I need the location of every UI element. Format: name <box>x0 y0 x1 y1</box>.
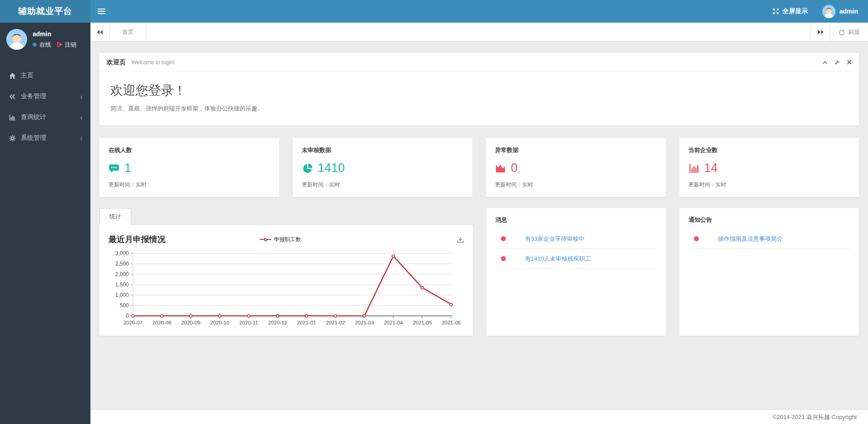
gear-icon <box>8 135 17 142</box>
list-item: 有1410人未审核残疾职工 <box>495 249 657 269</box>
messages-panel: 消息 有33家企业等待审核中有1410人未审核残疾职工 <box>486 208 666 336</box>
sidebar-item-home[interactable]: 主页 <box>0 65 90 86</box>
red-dot-icon <box>501 256 506 261</box>
svg-text:2020-08: 2020-08 <box>152 320 171 325</box>
user-avatar <box>822 5 835 18</box>
legend-line-marker-icon <box>260 238 271 241</box>
logout-link[interactable]: 注销 <box>57 41 76 49</box>
user-menu[interactable]: admin <box>816 0 868 23</box>
area-chart-icon <box>495 163 506 174</box>
tab-home[interactable]: 首页 <box>110 23 146 41</box>
messages-title: 消息 <box>495 216 657 224</box>
sidebar-item-label: 业务管理 <box>21 92 46 100</box>
sidebar-item-label: 系统管理 <box>21 134 46 142</box>
svg-text:2020-10: 2020-10 <box>210 320 229 325</box>
home-icon <box>8 72 17 79</box>
welcome-panel: 欢迎页 Welcome to login! <box>99 53 859 125</box>
settings-panel-button[interactable] <box>835 60 840 65</box>
tab-statistics-label: 统计 <box>109 213 121 221</box>
copyright-text: ©2014-2021 嘉兴拓越 Copyright <box>772 413 857 421</box>
online-status-icon <box>33 43 37 47</box>
red-dot-icon <box>694 236 699 241</box>
legend-series-label: 申报职工数 <box>274 236 301 243</box>
main-content: 欢迎页 Welcome to login! <box>90 42 868 410</box>
stat-card: 在线人数1更新时间：实时 <box>99 138 279 197</box>
tabs-scroll-right-button[interactable] <box>811 23 830 41</box>
notices-title: 通知公告 <box>689 216 850 224</box>
chart-panel-body: 最近月申报情况 申报职工数 05001,0001,5002,0002,5003,… <box>99 225 473 336</box>
svg-text:2021-05: 2021-05 <box>413 320 432 325</box>
stat-card-value: 14 <box>704 161 718 175</box>
download-chart-button[interactable] <box>457 236 464 243</box>
chevron-left-icon: ‹ <box>80 114 83 121</box>
statistics-panel: 统计 最近月申报情况 申报职工数 <box>99 208 473 336</box>
close-icon <box>847 60 852 65</box>
messages-link[interactable]: 有1410人未审核残疾职工 <box>525 255 591 263</box>
sidebar-user-panel: admin 在线 注销 <box>0 23 90 55</box>
refresh-icon <box>839 29 845 35</box>
online-status-label: 在线 <box>39 41 51 49</box>
list-item: 有33家企业等待审核中 <box>495 229 657 249</box>
stat-card-updated: 更新时间：实时 <box>108 181 270 189</box>
svg-text:1,500: 1,500 <box>115 281 129 288</box>
line-chart-plot: 05001,0001,5002,0002,5003,0002020-072020… <box>108 249 464 331</box>
chevron-left-icon: ‹ <box>80 93 83 100</box>
svg-text:500: 500 <box>120 302 129 309</box>
stat-card-title: 异常数据 <box>495 146 657 154</box>
chevron-up-icon <box>822 60 828 65</box>
sidebar-menu: 主页业务管理‹查询统计‹系统管理‹ <box>0 65 90 148</box>
svg-text:2021-06: 2021-06 <box>442 320 461 325</box>
chart-legend[interactable]: 申报职工数 <box>260 236 301 243</box>
notices-list: 操作指南及注意事项简介 <box>689 229 850 249</box>
svg-text:2021-04: 2021-04 <box>384 320 403 325</box>
notices-panel: 通知公告 操作指南及注意事项简介 <box>679 208 859 336</box>
sidebar-item-statistics[interactable]: 查询统计‹ <box>0 107 90 128</box>
gem-icon <box>8 93 17 100</box>
welcome-heading: 欢迎您登录！ <box>110 82 848 99</box>
tabs-scroll-left-button[interactable] <box>90 23 110 41</box>
svg-text:2020-09: 2020-09 <box>181 320 200 325</box>
chevron-left-icon: ‹ <box>80 134 83 142</box>
stat-card-value: 1410 <box>318 161 345 175</box>
svg-text:0: 0 <box>126 313 129 319</box>
svg-text:2020-11: 2020-11 <box>239 320 258 325</box>
stat-card-value: 1 <box>124 161 131 175</box>
sidebar: admin 在线 注销 主页业务管理‹查询统计‹系统管理‹ <box>0 23 90 424</box>
sidebar-toggle-button[interactable] <box>90 0 112 23</box>
sign-out-icon <box>57 42 62 48</box>
tab-home-label: 首页 <box>122 28 134 36</box>
refresh-tab-button[interactable]: 刷新 <box>830 23 868 41</box>
collapse-panel-button[interactable] <box>822 60 828 65</box>
svg-text:2,000: 2,000 <box>115 271 129 277</box>
notices-link[interactable]: 操作指南及注意事项简介 <box>718 235 783 243</box>
sidebar-item-system[interactable]: 系统管理‹ <box>0 128 90 148</box>
welcome-panel-body: 欢迎您登录！ 简洁、直观、强悍的前端开发框架，体验办公快捷的乐趣。 <box>99 72 859 125</box>
statistics-tabs: 统计 <box>99 208 473 225</box>
tab-spacer <box>146 23 811 41</box>
tab-bar: 首页 刷新 <box>90 23 868 42</box>
svg-text:2020-12: 2020-12 <box>268 320 287 325</box>
logout-label: 注销 <box>65 41 76 49</box>
stat-card-updated: 更新时间：实时 <box>302 181 464 189</box>
sidebar-item-label: 查询统计 <box>21 113 46 121</box>
bar-chart-icon <box>8 114 17 121</box>
navbar: 全屏显示 admin <box>90 0 868 23</box>
stat-cards-row: 在线人数1更新时间：实时未审核数据1410更新时间：实时异常数据0更新时间：实时… <box>99 138 859 197</box>
close-panel-button[interactable] <box>847 60 852 65</box>
tab-statistics[interactable]: 统计 <box>99 208 131 225</box>
messages-link[interactable]: 有33家企业等待审核中 <box>525 235 584 243</box>
wrench-icon <box>835 60 840 65</box>
stat-card-title: 在线人数 <box>108 146 270 154</box>
chart-title: 最近月申报情况 <box>108 234 165 245</box>
fullscreen-icon <box>773 8 779 14</box>
comment-icon <box>108 163 119 174</box>
sidebar-item-business[interactable]: 业务管理‹ <box>0 86 90 107</box>
brand-logo: 辅助就业平台 <box>0 0 90 23</box>
stat-card: 当前企业数14更新时间：实时 <box>679 138 859 197</box>
welcome-subtitle: Welcome to login! <box>132 59 175 66</box>
red-dot-icon <box>501 236 506 241</box>
stat-card-title: 当前企业数 <box>689 146 850 154</box>
welcome-panel-header: 欢迎页 Welcome to login! <box>99 53 859 72</box>
fullscreen-button[interactable]: 全屏显示 <box>764 0 816 23</box>
bars-icon <box>689 163 699 174</box>
